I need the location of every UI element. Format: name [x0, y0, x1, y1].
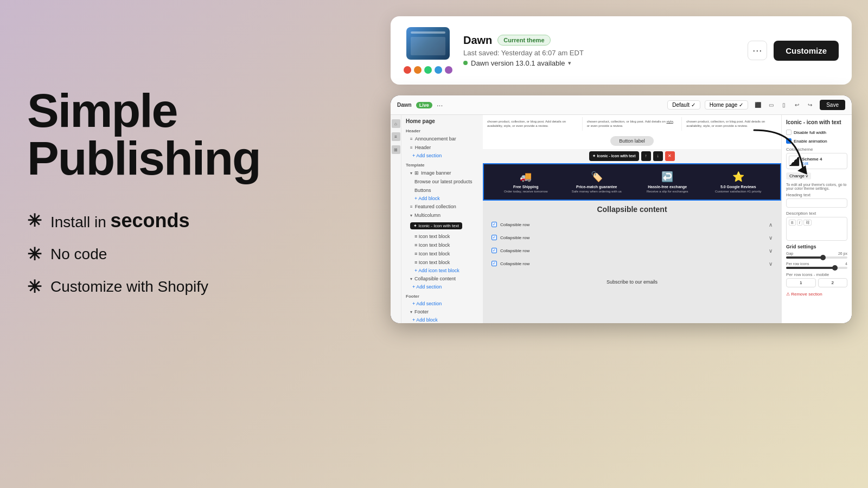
gap-slider-track[interactable] — [786, 256, 847, 259]
panel-item-icon-text-2[interactable]: ≡ Icon text block — [401, 241, 483, 249]
customize-button[interactable]: Customize — [774, 41, 839, 61]
panel-item-featured-collection[interactable]: ≡ Featured collection — [401, 202, 483, 211]
toolbar-more-icon[interactable]: ··· — [437, 101, 443, 110]
price-icon: 🏷️ — [561, 171, 633, 183]
collapsible-row-2[interactable]: ✓ Collapsible row ∨ — [487, 231, 777, 244]
toolbar-theme-name: Dawn — [397, 102, 412, 108]
bullet-star: ✳ — [27, 210, 42, 231]
feature-item: ✳ Install in seconds — [27, 209, 288, 232]
chevron-right-icon-1: ∧ — [769, 222, 773, 228]
canvas-feature-price: 🏷️ Price-match guarantee Safe money when… — [561, 171, 633, 193]
color-dot-blue — [435, 66, 442, 74]
panel-nav-icons: ⌂ ≡ ⊞ — [391, 115, 401, 323]
button-label-area: Button label — [483, 133, 781, 149]
features-section-wrapper: ✦ Iconic - Icon with text ↑ ↓ ✕ 🚚 Free S… — [483, 149, 781, 201]
text-italic-btn[interactable]: I — [797, 220, 802, 226]
panel-item-multicolumn[interactable]: ▾ Multicolumn — [401, 211, 483, 220]
collapsible-row-left-1: ✓ Collapsible row — [492, 222, 529, 227]
theme-thumbnail — [406, 27, 450, 60]
collapsible-row-3[interactable]: ✓ Collapsible row ∨ — [487, 244, 777, 257]
panel-add-section-template[interactable]: + Add section — [401, 283, 483, 291]
theme-thumbnail-area — [404, 27, 452, 74]
more-options-button[interactable]: ··· — [748, 41, 767, 60]
feature-text: No code — [50, 246, 107, 263]
main-title: Simple Publishing — [27, 87, 288, 182]
iconic-label: ✦ Iconic - Icon with text — [592, 154, 635, 158]
checkbox-4[interactable]: ✓ — [492, 261, 497, 266]
collapsible-row-4[interactable]: ✓ Collapsible row ∨ — [487, 257, 777, 270]
canvas-feature-shipping: 🚚 Free Shipping Order today, receive tom… — [490, 171, 561, 193]
theme-info: Dawn Current theme Last saved: Yesterday… — [463, 34, 737, 67]
remove-section-button[interactable]: ⚠ Remove section — [786, 292, 847, 297]
checkbox-2[interactable]: ✓ — [492, 235, 497, 240]
delete-icon[interactable]: ✕ — [665, 151, 675, 161]
color-dot-orange — [414, 66, 422, 74]
feature-price-title: Price-match guarantee — [561, 185, 633, 189]
heading-text-input[interactable] — [786, 198, 847, 208]
shipping-icon: 🚚 — [490, 171, 561, 183]
features-list: ✳ Install in seconds ✳ No code ✳ Customi… — [27, 209, 288, 297]
panel-add-section-header[interactable]: + Add section — [401, 152, 483, 159]
text-link-btn[interactable]: ⛓ — [803, 220, 812, 226]
per-row-label-text: Per row icons — [786, 262, 809, 266]
panel-add-block-footer[interactable]: + Add block — [401, 316, 483, 323]
move-down-icon[interactable]: ↓ — [653, 151, 663, 161]
tablet-icon[interactable]: ▭ — [765, 100, 776, 111]
toolbar-home-button[interactable]: Home page ✓ — [705, 100, 748, 110]
panel-add-section-footer[interactable]: + Add section — [401, 300, 483, 307]
heading-line2: Publishing — [27, 131, 260, 185]
button-label-btn[interactable]: Button label — [610, 136, 654, 146]
mobile-icon[interactable]: ▯ — [778, 100, 789, 111]
collapsible-title: Collapsible content — [487, 205, 777, 214]
description-text-editor[interactable]: B I ⛓ — [786, 217, 847, 241]
left-panel-content: Home page Header ≡ Announcement bar ≡ He… — [401, 115, 483, 323]
collapsible-row-1[interactable]: ✓ Collapsible row ∧ — [487, 218, 777, 231]
nav-home-icon[interactable]: ⌂ — [392, 119, 400, 128]
panel-item-announcement-bar[interactable]: ≡ Announcement bar — [401, 134, 483, 143]
panel-item-icon-text-4[interactable]: ≡ Icon text block — [401, 258, 483, 267]
checkbox-3[interactable]: ✓ — [492, 248, 497, 253]
per-row-mobile-2[interactable]: 2 — [818, 278, 848, 287]
bullet-star: ✳ — [27, 244, 42, 265]
per-row-mobile-1[interactable]: 1 — [786, 278, 816, 287]
feature-item: ✳ No code — [27, 244, 288, 265]
heading-text-label: Heading text — [786, 192, 847, 197]
per-row-slider-thumb[interactable] — [832, 265, 838, 271]
redo-icon[interactable]: ↪ — [805, 100, 815, 111]
canvas-features-section[interactable]: 🚚 Free Shipping Order today, receive tom… — [483, 163, 781, 201]
canvas-product-2: chosen product, collection, or blog post… — [583, 117, 682, 131]
panel-item-iconic[interactable]: ✦ Iconic - Icon with text — [401, 220, 483, 232]
toolbar-default-button[interactable]: Default ✓ — [667, 100, 700, 110]
desktop-icon[interactable]: ⬛ — [752, 100, 763, 111]
per-row-slider-track[interactable] — [786, 267, 847, 269]
panel-item-icon-text-1[interactable]: ≡ Icon text block — [401, 232, 483, 241]
version-dot-indicator — [463, 61, 468, 65]
text-bold-btn[interactable]: B — [789, 220, 796, 226]
panel-item-buttons[interactable]: Buttons — [401, 186, 483, 195]
panel-item-icon-text-3[interactable]: ≡ Icon text block — [401, 249, 483, 258]
nav-grid-icon[interactable]: ⊞ — [392, 145, 400, 154]
panel-add-icon-text-block[interactable]: + Add icon text block — [401, 267, 483, 274]
panel-item-footer[interactable]: ▾ Footer — [401, 307, 483, 316]
panel-item-browse-products[interactable]: Browse our latest products — [401, 177, 483, 186]
toolbar-save-button[interactable]: Save — [820, 100, 845, 110]
nav-layers-icon[interactable]: ≡ — [392, 132, 400, 141]
move-up-icon[interactable]: ↑ — [641, 151, 651, 161]
panel-item-collapsible[interactable]: ▾ Collapsible content — [401, 274, 483, 283]
canvas-selection-toolbar: ✦ Iconic - Icon with text ↑ ↓ ✕ — [483, 149, 781, 163]
undo-icon[interactable]: ↩ — [792, 100, 802, 111]
gap-value: 26 px — [838, 252, 847, 255]
gap-label: Gap 26 px — [786, 252, 847, 255]
feature-shipping-title: Free Shipping — [490, 185, 561, 189]
description-text-area[interactable] — [789, 227, 845, 238]
theme-name-row: Dawn Current theme — [463, 34, 737, 47]
panel-add-block-banner[interactable]: + Add block — [401, 195, 483, 202]
left-section: Simple Publishing ✳ Install in seconds ✳… — [27, 87, 288, 297]
panel-item-header[interactable]: ≡ Header — [401, 143, 483, 152]
collapsible-row-text-4: Collapsible row — [500, 261, 529, 266]
color-dot-purple — [445, 66, 452, 74]
gap-slider-thumb[interactable] — [820, 255, 826, 260]
panel-item-image-banner[interactable]: ▾ ⊞ Image banner — [401, 169, 483, 177]
checkbox-1[interactable]: ✓ — [492, 222, 497, 227]
grid-settings-title: Grid settings — [786, 244, 847, 249]
